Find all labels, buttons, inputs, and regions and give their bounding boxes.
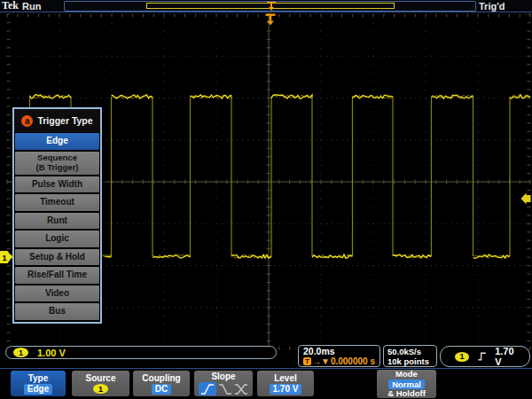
trigger-t-icon: T: [303, 357, 311, 365]
horizontal-scale-value: 20.0ms: [303, 347, 379, 356]
sample-rate-value: 50.0kS/s: [387, 347, 436, 356]
type-button-title: Type: [28, 373, 49, 383]
menu-item-pulse-width[interactable]: Pulse Width: [15, 176, 99, 193]
record-view-bar: [64, 1, 476, 12]
trigger-type-menu-title: Trigger Type: [37, 115, 92, 126]
source-channel-badge-icon: 1: [93, 384, 108, 394]
acquisition-readout: 50.0kS/s 10k points: [383, 345, 437, 367]
record-length-value: 10k points: [387, 356, 436, 366]
record-trigger-position-icon: [267, 2, 276, 11]
slope-falling-icon: [218, 384, 232, 395]
source-button[interactable]: Source 1: [72, 371, 129, 396]
trigger-status: Trig'd: [479, 0, 505, 12]
menu-item-sequence[interactable]: Sequence(B Trigger): [15, 152, 99, 175]
coupling-button-title: Coupling: [142, 373, 180, 383]
trigger-type-menu-header: a Trigger Type: [14, 109, 100, 132]
source-button-title: Source: [86, 373, 116, 383]
menu-item-edge[interactable]: Edge: [15, 133, 99, 150]
delay-arrows-icon: →▼: [312, 356, 330, 366]
menu-item-timeout[interactable]: Timeout: [15, 194, 99, 211]
mode-button-value: Normal: [388, 379, 425, 389]
menu-item-video[interactable]: Video: [15, 286, 99, 302]
svg-text:1: 1: [3, 254, 7, 262]
bottom-menu-bar: Type Edge Source 1 Coupling DC Slope: [0, 368, 532, 399]
coupling-button-value: DC: [152, 384, 171, 395]
trigger-type-menu-items: EdgeSequence(B Trigger)Pulse WidthTimeou…: [14, 132, 100, 322]
trigger-readout: 1 1.70 V: [440, 346, 530, 367]
trigger-level-value: 1.70 V: [495, 346, 521, 367]
trigger-type-menu: a Trigger Type EdgeSequence(B Trigger)Pu…: [12, 107, 102, 324]
oscilloscope-screen: Tek Run Trig'd 1 a Trigger Type EdgeSequ…: [0, 0, 532, 399]
level-button-title: Level: [274, 373, 297, 383]
top-status-bar: Tek Run Trig'd: [0, 0, 532, 12]
menu-item-setup-hold[interactable]: Setup & Hold: [15, 249, 99, 266]
multipurpose-knob-a-icon: a: [21, 115, 33, 127]
menu-item-logic[interactable]: Logic: [15, 231, 99, 247]
type-button-value: Edge: [24, 384, 52, 395]
slope-either-icon: [234, 384, 248, 395]
horizontal-delay-row: T →▼ 0.000000 s: [303, 356, 379, 366]
menu-item-runt[interactable]: Runt: [15, 213, 99, 230]
level-button-value: 1.70 V: [270, 384, 302, 395]
coupling-button[interactable]: Coupling DC: [133, 371, 190, 396]
slope-rising-icon: [199, 382, 216, 395]
tek-logo: Tek: [2, 0, 19, 12]
menu-item-bus[interactable]: Bus: [15, 303, 99, 320]
trigger-source-badge-icon: 1: [455, 352, 469, 362]
mode-button[interactable]: Mode Normal & Holdoff: [377, 370, 436, 398]
level-button[interactable]: Level 1.70 V: [257, 371, 314, 396]
slope-button-title: Slope: [211, 372, 235, 381]
horizontal-readout: 20.0ms T →▼ 0.000000 s: [298, 345, 380, 367]
type-button[interactable]: Type Edge: [11, 371, 66, 396]
rising-edge-icon: [477, 351, 487, 362]
menu-item-rise-fall-time[interactable]: Rise/Fall Time: [15, 267, 99, 284]
slope-button[interactable]: Slope: [194, 371, 253, 396]
slope-options: [199, 382, 248, 395]
acquisition-status: Run: [22, 0, 41, 12]
channel1-scale-value: 1.00 V: [37, 348, 66, 358]
horizontal-delay-value: 0.000000 s: [331, 356, 375, 366]
mode-button-title: Mode: [395, 370, 418, 379]
channel1-scale-readout: 1 1.00 V: [5, 346, 277, 359]
channel1-badge-icon: 1: [13, 348, 28, 357]
mode-button-value2: & Holdoff: [387, 389, 426, 399]
